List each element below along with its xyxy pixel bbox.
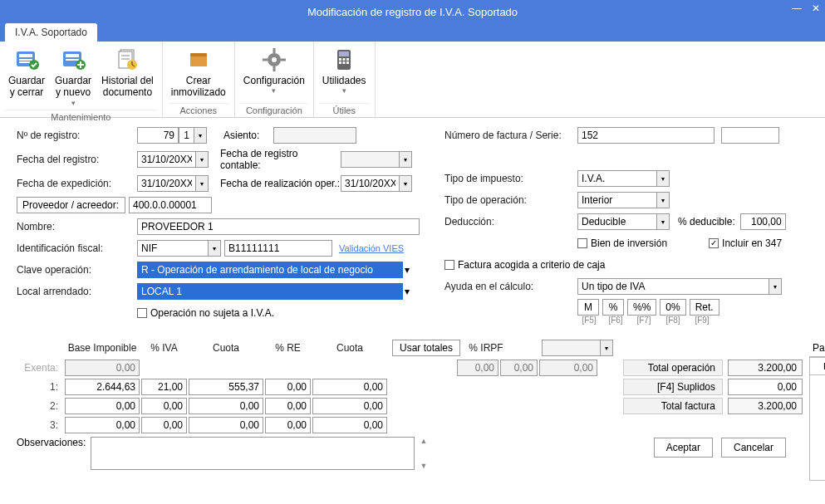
chevron-down-icon[interactable]: ▾	[656, 213, 670, 230]
proveedor-input[interactable]	[129, 197, 212, 213]
asiento-input	[273, 127, 356, 144]
calc-btn-pctpct[interactable]: %%	[627, 299, 656, 316]
aceptar-button[interactable]: Aceptar	[654, 438, 713, 458]
pagos-title: Pagos	[813, 342, 825, 354]
chevron-down-icon[interactable]: ▾	[208, 240, 221, 257]
irpf-select[interactable]	[542, 340, 600, 356]
piva-cell[interactable]	[141, 398, 187, 414]
bien-inversion-checkbox[interactable]: Bien de inversión	[577, 237, 667, 249]
num-registro-label: Nº de registro:	[17, 130, 137, 141]
chevron-down-icon[interactable]: ▾	[405, 264, 410, 276]
fecha-registro-input[interactable]	[137, 151, 195, 168]
num-factura-label: Número de factura / Serie:	[444, 130, 577, 141]
incluir-347-checkbox[interactable]: ✓Incluir en 347	[709, 237, 782, 249]
pagos-col-fecha[interactable]: FECHA	[810, 358, 825, 375]
tipo-impuesto-select[interactable]	[577, 170, 656, 187]
calc-btn-pct[interactable]: %	[602, 299, 624, 316]
calendar-icon[interactable]: ▾	[195, 151, 209, 168]
ayuda-calc-select[interactable]	[577, 278, 769, 295]
clave-op-select[interactable]: R - Operación de arrendamiento de local …	[137, 262, 403, 278]
chevron-down-icon[interactable]: ▾	[656, 170, 670, 187]
minimize-button[interactable]: —	[792, 2, 802, 14]
chevron-down-icon[interactable]: ▾	[656, 192, 670, 208]
deduccion-label: Deducción:	[444, 216, 577, 228]
calc-btn-ret[interactable]: Ret.	[690, 299, 719, 316]
calendar-icon[interactable]: ▾	[399, 175, 412, 192]
validacion-vies-link[interactable]: Validación VIES	[339, 243, 404, 253]
id-fiscal-tipo[interactable]	[137, 240, 208, 257]
chevron-down-icon[interactable]: ▾	[769, 278, 782, 295]
pagos-table: FECHA IMPORTE E	[809, 356, 825, 481]
scroll-down-icon[interactable]: ▼	[420, 462, 427, 470]
group-acciones: Acciones	[168, 103, 229, 115]
base-cell[interactable]	[65, 398, 140, 414]
fecha-reg-contable-input[interactable]	[341, 151, 399, 168]
num-registro-input[interactable]	[137, 127, 179, 144]
calc-btn-m[interactable]: M	[577, 299, 599, 316]
grid-row: Exenta:	[17, 360, 613, 376]
fecha-real-oper-input[interactable]	[341, 175, 399, 192]
save-close-button[interactable]: Guardar y cerrar	[5, 45, 48, 110]
usar-totales-button[interactable]: Usar totales	[392, 340, 460, 356]
close-button[interactable]: ✕	[812, 2, 820, 14]
piva-cell[interactable]	[141, 379, 187, 395]
num-factura-input[interactable]	[577, 127, 715, 144]
op-no-sujeta-label: Operación no sujeta a I.V.A.	[150, 307, 274, 319]
calendar-icon[interactable]: ▾	[399, 151, 412, 168]
pct-deducible-input[interactable]	[740, 213, 786, 230]
nombre-input[interactable]	[137, 218, 420, 235]
scroll-up-icon[interactable]: ▲	[420, 437, 427, 445]
svg-rect-2	[19, 59, 32, 61]
op-no-sujeta-checkbox[interactable]: Operación no sujeta a I.V.A.	[137, 307, 274, 319]
cuota-cell[interactable]	[189, 379, 263, 395]
svg-rect-14	[190, 55, 207, 66]
base-cell[interactable]	[65, 417, 140, 433]
fecha-exped-input[interactable]	[137, 175, 195, 192]
tab-iva-soportado[interactable]: I.V.A. Soportado	[5, 23, 97, 42]
pre-cell[interactable]	[265, 417, 311, 433]
fecha-registro-label: Fecha del registro:	[17, 154, 137, 165]
num-registro-seq[interactable]	[179, 127, 194, 144]
utilities-button[interactable]: Utilidades ▾	[319, 45, 370, 103]
grid-row: 3:	[17, 417, 613, 433]
serie-input[interactable]	[721, 127, 779, 144]
tipo-operacion-select[interactable]	[577, 192, 656, 208]
chevron-down-icon[interactable]: ▾	[194, 127, 207, 144]
factura-caja-checkbox[interactable]: Factura acogida a criterio de caja	[444, 259, 605, 271]
config-label: Configuración	[243, 75, 305, 86]
config-button[interactable]: Configuración ▾	[240, 45, 308, 103]
grid-row: 1:	[17, 379, 613, 395]
deduccion-select[interactable]	[577, 213, 656, 230]
col-cuota: Cuota	[189, 342, 263, 354]
svg-rect-24	[339, 58, 341, 61]
document-history-button[interactable]: Historial del documento	[98, 45, 157, 110]
pre-cell[interactable]	[265, 398, 311, 414]
observaciones-input[interactable]	[91, 437, 415, 470]
cuota-cell[interactable]	[189, 417, 263, 433]
tipo-operacion-label: Tipo de operación:	[444, 194, 577, 206]
calendar-icon[interactable]: ▾	[195, 175, 209, 192]
calc-btn-0pct[interactable]: 0%	[660, 299, 685, 316]
svg-rect-1	[19, 54, 32, 57]
row-label: 2:	[17, 400, 63, 412]
nombre-label: Nombre:	[17, 221, 137, 232]
suplidos-value[interactable]: 0,00	[728, 379, 803, 395]
ribbon: Guardar y cerrar Guardar y nuevo ▾ Histo…	[0, 42, 825, 118]
id-fiscal-num[interactable]	[224, 240, 332, 257]
cancelar-button[interactable]: Cancelar	[721, 438, 786, 458]
create-asset-button[interactable]: Crear inmovilizado	[168, 45, 229, 103]
save-new-button[interactable]: Guardar y nuevo ▾	[52, 45, 95, 110]
pre-cell[interactable]	[265, 379, 311, 395]
group-utiles: Útiles	[319, 103, 370, 115]
chevron-down-icon[interactable]: ▾	[600, 340, 613, 356]
history-icon	[114, 46, 140, 73]
piva-cell[interactable]	[141, 417, 187, 433]
proveedor-label-box[interactable]: Proveedor / acreedor:	[17, 197, 125, 213]
cuota2-cell[interactable]	[312, 398, 387, 414]
local-arr-select[interactable]: LOCAL 1	[137, 283, 403, 300]
cuota2-cell[interactable]	[312, 379, 387, 395]
cuota-cell[interactable]	[189, 398, 263, 414]
base-cell[interactable]	[65, 379, 140, 395]
cuota2-cell[interactable]	[312, 417, 387, 433]
chevron-down-icon[interactable]: ▾	[405, 286, 410, 297]
